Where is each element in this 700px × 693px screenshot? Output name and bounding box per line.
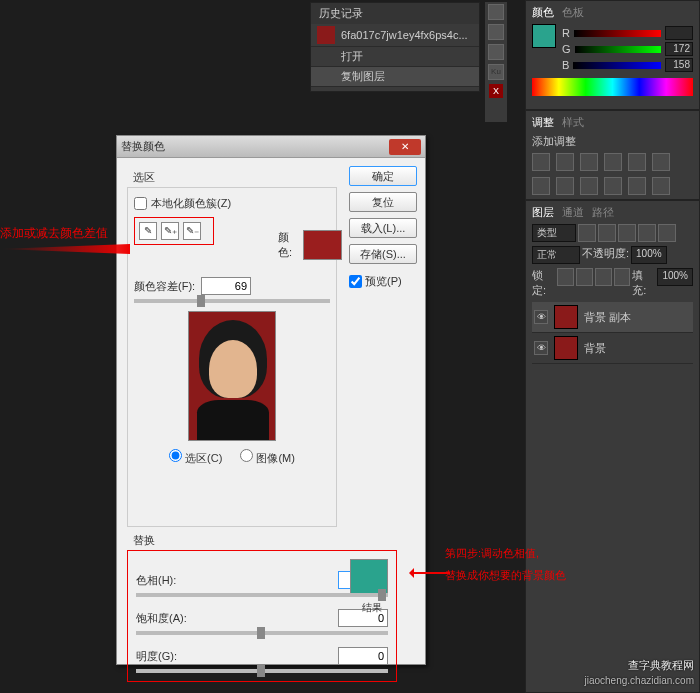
lock-icon[interactable] [557,268,574,286]
tab-path[interactable]: 路径 [592,205,614,220]
adj-icon[interactable] [532,153,550,171]
fill-value[interactable]: 100% [657,268,693,286]
eyedropper-add-icon[interactable]: ✎₊ [161,222,179,240]
history-file-label: 6fa017c7jw1ey4fx6ps4c... [341,29,468,41]
ku-icon[interactable] [488,44,504,60]
tab-channel[interactable]: 通道 [562,205,584,220]
ku-icon[interactable] [488,4,504,20]
filter-icon[interactable] [638,224,656,242]
opacity-value[interactable]: 100% [631,246,667,264]
annotation-left: 添加或减去颜色差值 [0,225,108,242]
preview-checkbox[interactable] [349,275,362,288]
tab-color[interactable]: 颜色 [532,5,554,20]
slider-knob-icon[interactable] [257,665,265,677]
adj-icon[interactable] [604,177,622,195]
lock-icon[interactable] [595,268,612,286]
dialog-title: 替换颜色 [121,139,165,154]
arrow-right-icon [410,572,450,574]
layer-kind-select[interactable]: 类型 [532,224,576,242]
arrow-left-icon [0,244,130,254]
adj-icon[interactable] [580,177,598,195]
dialog-titlebar[interactable]: 替换颜色 ✕ [117,136,425,158]
spectrum-bar[interactable] [532,78,693,96]
adj-icon[interactable] [580,153,598,171]
adj-icon[interactable] [628,153,646,171]
adj-icon[interactable] [652,153,670,171]
light-input[interactable] [338,647,388,665]
replace-group: 结果 色相(H): 饱和度(A): 明度(G): [127,550,397,682]
filter-icon[interactable] [598,224,616,242]
adj-icon[interactable] [652,177,670,195]
foreground-swatch[interactable] [532,24,556,48]
localized-checkbox[interactable] [134,197,147,210]
color-panel: 颜色 色板 R G172 B158 [525,0,700,110]
r-label: R [562,27,570,39]
save-button[interactable]: 存储(S)... [349,244,417,264]
g-value[interactable]: 172 [665,42,693,56]
fuzziness-label: 颜色容差(F): [134,279,195,294]
ok-button[interactable]: 确定 [349,166,417,186]
layer-bg-label: 背景 [584,341,606,356]
watermark: 查字典教程网 jiaocheng.chazidian.com [584,657,694,689]
replace-color-dialog: 替换颜色 ✕ 确定 复位 载入(L)... 存储(S)... 预览(P) 选区 … [116,135,426,665]
add-adjust-label: 添加调整 [532,134,693,149]
radio-selection[interactable]: 选区(C) [169,449,222,466]
sat-slider[interactable] [136,631,388,635]
tab-style[interactable]: 样式 [562,115,584,130]
radio-image[interactable]: 图像(M) [240,449,295,466]
history-file-row[interactable]: 6fa017c7jw1ey4fx6ps4c... [311,24,479,47]
filter-icon[interactable] [578,224,596,242]
reset-button[interactable]: 复位 [349,192,417,212]
layer-copy-label: 背景 副本 [584,310,631,325]
light-slider[interactable] [136,669,388,673]
b-value[interactable]: 158 [665,58,693,72]
tab-adjust[interactable]: 调整 [532,115,554,130]
blend-mode-select[interactable]: 正常 [532,246,580,264]
layer-item-bg[interactable]: 👁 背景 [532,333,693,364]
eyedropper-sub-icon[interactable]: ✎₋ [183,222,201,240]
lock-icon[interactable] [576,268,593,286]
close-icon[interactable]: ✕ [389,139,421,155]
slider-knob-icon[interactable] [378,589,386,601]
lock-label: 锁定: [532,268,555,298]
history-item-open[interactable]: 打开 [311,47,479,67]
history-item-duplicate[interactable]: 复制图层 [311,67,479,87]
g-label: G [562,43,571,55]
layer-item-copy[interactable]: 👁 背景 副本 [532,302,693,333]
adj-icon[interactable] [604,153,622,171]
load-button[interactable]: 载入(L)... [349,218,417,238]
adj-icon[interactable] [532,177,550,195]
ku-icon[interactable]: Ku [488,64,504,80]
plugin-strip: Ku X [485,2,507,122]
preview-label: 预览(P) [365,274,402,289]
adj-icon[interactable] [556,153,574,171]
hue-slider[interactable] [136,593,388,597]
fuzziness-input[interactable] [201,277,251,295]
light-label: 明度(G): [136,649,192,664]
photo-body [197,400,269,441]
tab-swatch[interactable]: 色板 [562,5,584,20]
right-column: 颜色 色板 R G172 B158 调整样式 添加调整 图层通道路径 类型 正常… [525,0,700,693]
r-slider[interactable] [574,30,661,37]
slider-knob-icon[interactable] [197,295,205,307]
eyedropper-icon[interactable]: ✎ [139,222,157,240]
slider-knob-icon[interactable] [257,627,265,639]
adj-icon[interactable] [556,177,574,195]
ku-icon[interactable] [488,24,504,40]
tab-layer[interactable]: 图层 [532,205,554,220]
lock-icon[interactable] [614,268,631,286]
r-value[interactable] [665,26,693,40]
adj-icon[interactable] [628,177,646,195]
fuzziness-slider[interactable] [134,299,330,303]
localized-label: 本地化颜色簇(Z) [151,196,231,211]
g-slider[interactable] [575,46,661,53]
filter-icon[interactable] [658,224,676,242]
fill-label: 填充: [632,268,655,298]
hue-label: 色相(H): [136,573,192,588]
b-slider[interactable] [573,62,661,69]
visibility-icon[interactable]: 👁 [534,310,548,324]
close-plugin-icon[interactable]: X [489,84,503,98]
filter-icon[interactable] [618,224,636,242]
sample-color-swatch[interactable] [303,230,342,260]
visibility-icon[interactable]: 👁 [534,341,548,355]
